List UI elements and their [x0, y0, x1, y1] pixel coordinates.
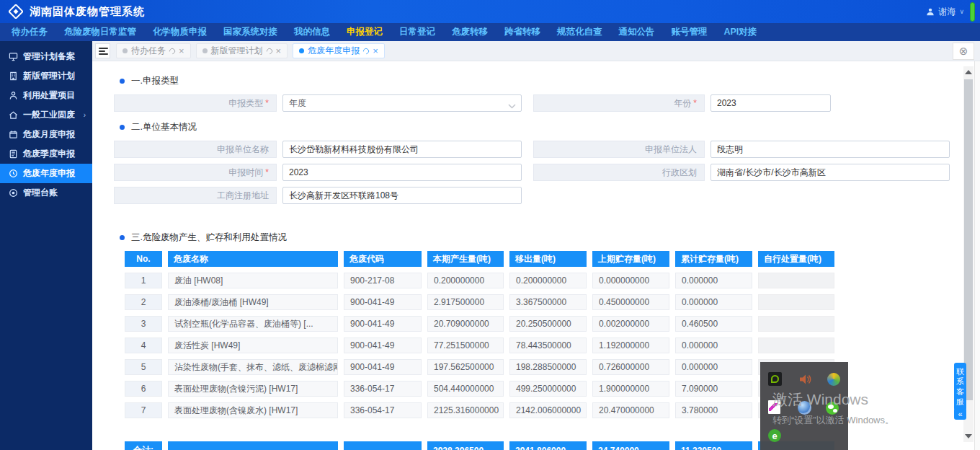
- paint-doc-icon[interactable]: [768, 400, 780, 414]
- sidebar-item-industrial-waste[interactable]: 一般工业固废 ›: [0, 105, 92, 125]
- required-marker: *: [265, 167, 269, 177]
- game-app-icon[interactable]: [827, 373, 840, 386]
- nav-item[interactable]: 规范化自查: [557, 26, 602, 38]
- nav-item[interactable]: API对接: [724, 26, 757, 38]
- tab-annual-declare[interactable]: 危废年度申报 ×: [293, 43, 385, 58]
- field-label: 工商注册地址: [217, 190, 269, 202]
- cell-prev-storage: 1.192000000: [592, 338, 669, 353]
- sidebar-item-label: 危废月度申报: [23, 128, 75, 141]
- tab-bar: 待办任务 × 新版管理计划 × 危废年度申报 × ⊗: [92, 41, 980, 61]
- section-bullet-icon: [120, 125, 125, 130]
- tab-label: 危废年度申报: [308, 45, 360, 57]
- table-row: 3 试剂空瓶(化学品容器、废油桶等) [... 900-041-49 20.70…: [125, 316, 980, 332]
- sidebar-item-annual-declare[interactable]: 危废年度申报: [0, 164, 92, 183]
- nav-item[interactable]: 日常登记: [399, 26, 435, 38]
- column-header: 自行处置量(吨): [758, 251, 834, 267]
- unit-name-input[interactable]: [282, 141, 522, 158]
- total-out: 2941.806000: [509, 441, 587, 450]
- main-nav: 待办任务 危险废物日常监管 化学物质申报 国家系统对接 我的信息 申报登记 日常…: [0, 23, 980, 41]
- address-input[interactable]: [282, 187, 522, 204]
- user-menu[interactable]: 谢海 ∨: [926, 0, 964, 23]
- edge-indicator: [970, 2, 975, 22]
- field-declare-time: 申报时间*: [114, 164, 522, 181]
- cell-cum-storage: 0.460500: [675, 316, 752, 332]
- cell-no: 7: [125, 402, 162, 418]
- nav-item[interactable]: 危险废物日常监管: [64, 26, 136, 38]
- column-header: 本期产生量(吨): [427, 251, 504, 267]
- nvidia-icon[interactable]: [768, 372, 782, 386]
- browser-globe-icon[interactable]: [798, 401, 811, 415]
- nav-item[interactable]: 通知公告: [619, 26, 655, 38]
- section-bullet-icon: [120, 79, 125, 84]
- close-icon[interactable]: ×: [276, 46, 282, 56]
- cell-code: 900-041-49: [344, 294, 422, 310]
- nav-item-active[interactable]: 申报登记: [347, 26, 383, 38]
- sidebar-item-disposal-project[interactable]: 利用处置项目: [0, 86, 92, 105]
- cell-no: 2: [125, 294, 162, 310]
- section-waste-table: 三.危险废物产生、贮存和利用处置情况: [120, 231, 980, 244]
- tab-todo-tasks[interactable]: 待办任务 ×: [116, 43, 191, 58]
- contact-support-button[interactable]: 联系客服: [954, 363, 966, 410]
- collapse-sidebar-button[interactable]: [95, 43, 110, 58]
- declare-type-select[interactable]: 年度: [282, 94, 522, 112]
- cell-out: 2142.006000000: [509, 402, 587, 418]
- cell-prev-storage: 0.726000000: [592, 359, 669, 375]
- refresh-icon[interactable]: [265, 47, 273, 55]
- system-tray-popup: e: [760, 362, 848, 450]
- wechat-icon[interactable]: [826, 402, 839, 415]
- table-row: 2 废油漆桶/废油桶 [HW49] 900-041-49 2.917500000…: [125, 294, 980, 310]
- cell-self-disposal: [758, 338, 834, 353]
- sidebar-item-quarterly-declare[interactable]: 危废季度申报: [0, 144, 92, 164]
- sidebar-item-label: 危废季度申报: [23, 148, 75, 160]
- nav-item[interactable]: 我的信息: [294, 26, 330, 38]
- scroll-up-icon[interactable]: [965, 70, 972, 74]
- scroll-down-icon[interactable]: [965, 434, 972, 438]
- cell-out: 3.367500000: [509, 294, 587, 310]
- waste-table: No. 危废名称 危废代码 本期产生量(吨) 移出量(吨) 上期贮存量(吨) 累…: [125, 251, 980, 450]
- column-header: 上期贮存量(吨): [592, 251, 669, 267]
- nav-item[interactable]: 国家系统对接: [223, 26, 277, 38]
- cell-cum-storage: 0.000000: [675, 273, 752, 288]
- ledger-icon: [9, 188, 18, 198]
- table-header-row: No. 危废名称 危废代码 本期产生量(吨) 移出量(吨) 上期贮存量(吨) 累…: [125, 251, 980, 267]
- scrollbar-thumb[interactable]: [964, 79, 973, 400]
- green-browser-icon[interactable]: e: [768, 429, 781, 442]
- nav-item[interactable]: 跨省转移: [504, 26, 540, 38]
- close-icon[interactable]: ×: [373, 46, 378, 56]
- close-icon[interactable]: ×: [179, 46, 184, 56]
- field-address: 工商注册地址: [114, 187, 522, 204]
- sidebar-item-new-plan[interactable]: 新版管理计划: [0, 66, 92, 86]
- declare-time-input[interactable]: [282, 164, 522, 181]
- sidebar-item-plan-record[interactable]: 管理计划备案: [0, 47, 92, 66]
- region-input[interactable]: [710, 164, 950, 181]
- cell-code: 900-041-49: [344, 316, 422, 332]
- sidebar-item-monthly-declare[interactable]: 危废月度申报: [0, 125, 92, 144]
- year-input[interactable]: [710, 94, 831, 112]
- nav-item[interactable]: 账号管理: [672, 26, 708, 38]
- nav-item[interactable]: 化学物质申报: [153, 26, 207, 38]
- cell-self-disposal: [758, 316, 834, 332]
- cell-name: 废油漆桶/废油桶 [HW49]: [168, 294, 338, 310]
- table-row: 5 沾染性废物(手套、抹布、滤纸、废滤棉滤网... 900-041-49 197…: [125, 359, 980, 375]
- tab-new-plan[interactable]: 新版管理计划 ×: [196, 43, 288, 58]
- required-marker: *: [265, 98, 269, 108]
- section-bullet-icon: [120, 235, 125, 240]
- refresh-icon[interactable]: [168, 47, 176, 55]
- collapse-panel-button[interactable]: «: [954, 408, 966, 420]
- sidebar-item-ledger[interactable]: 管理台账: [0, 183, 92, 203]
- volume-icon[interactable]: [799, 374, 812, 388]
- refresh-icon[interactable]: [362, 47, 370, 55]
- cell-cum-storage: 3.780000: [675, 402, 752, 418]
- sidebar-item-label: 利用处置项目: [23, 89, 75, 102]
- building-icon: [9, 71, 18, 81]
- cell-produced: 0.200000000: [427, 273, 504, 288]
- tab-options-button[interactable]: ⊗: [953, 43, 974, 60]
- legal-person-input[interactable]: [710, 141, 950, 158]
- cell-no: 1: [125, 273, 162, 288]
- field-legal-person: 申报单位法人: [533, 141, 950, 158]
- cell-name: 废活性炭 [HW49]: [168, 338, 338, 353]
- nav-item[interactable]: 待办任务: [12, 26, 48, 38]
- nav-item[interactable]: 危废转移: [452, 26, 488, 38]
- table-row: 1 废油 [HW08] 900-217-08 0.200000000 0.200…: [125, 273, 980, 288]
- cell-cum-storage: 0.000000: [675, 294, 752, 310]
